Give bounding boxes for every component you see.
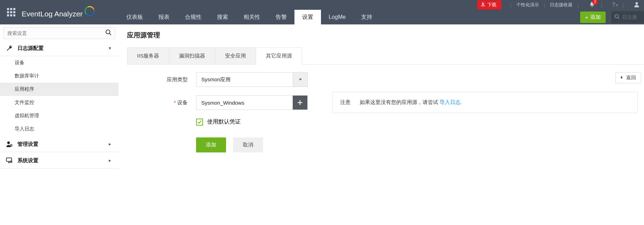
top-search[interactable]: [611, 11, 644, 23]
notification-badge: 2: [592, 0, 598, 5]
label-app-type: 应用类型: [130, 76, 196, 83]
download-icon: [481, 2, 485, 8]
note-title: 注意: [340, 99, 351, 106]
chevron-left-icon: [619, 75, 623, 81]
sidebar-section-log-source[interactable]: 日志源配置 ▾: [0, 40, 119, 56]
apps-grid-icon[interactable]: [7, 8, 15, 16]
user-avatar-icon[interactable]: [634, 1, 640, 9]
note-text: 如果这里没有您的应用源，请尝试 导入日志.: [360, 99, 462, 106]
checkbox-default-credentials[interactable]: [196, 119, 203, 126]
brand-ring-icon: [85, 7, 95, 16]
caret-right-icon: ▸: [109, 158, 111, 163]
separator: |: [618, 2, 629, 8]
plus-icon: +: [585, 14, 588, 20]
sidebar-search-input[interactable]: [3, 27, 115, 39]
add-button[interactable]: + 添加: [580, 12, 606, 23]
help-menu[interactable]: ?▾: [612, 1, 617, 8]
caret-right-icon: ▸: [109, 142, 111, 147]
wrench-icon: [6, 45, 13, 52]
separator: |: [506, 2, 516, 8]
sidebar-item-db-audit[interactable]: 数据库审计: [0, 69, 119, 83]
nav-tab-correlation[interactable]: 相关性: [236, 10, 268, 24]
sidebar-item-file-monitor[interactable]: 文件监控: [0, 96, 119, 109]
caret-down-icon: ▾: [109, 46, 111, 51]
notification-bell-icon[interactable]: 2: [589, 2, 595, 8]
back-button[interactable]: 返回: [615, 72, 641, 83]
separator: |: [539, 2, 550, 8]
svg-point-5: [615, 14, 618, 17]
nav-tab-reports[interactable]: 报表: [151, 10, 177, 24]
tab-vuln-scanner[interactable]: 漏洞扫描器: [169, 47, 215, 64]
user-cog-icon: [6, 141, 13, 148]
sidebar-item-devices[interactable]: 设备: [0, 56, 119, 69]
sidebar: 日志源配置 ▾ 设备 数据库审计 应用程序 文件监控 虚拟机管理 导入日志 管理…: [0, 24, 119, 168]
select-app-type[interactable]: Sysmon应用: [196, 72, 308, 87]
main-nav: 仪表板 报表 合规性 搜索 相关性 告警 设置 LogMe 支持 + 添加: [119, 10, 644, 24]
nav-tab-support[interactable]: 支持: [353, 10, 380, 24]
brand-logo: EventLog Analyzer: [22, 7, 95, 18]
select-app-type-value: Sysmon应用: [196, 73, 293, 87]
submit-add-button[interactable]: 添加: [196, 137, 226, 152]
nav-tab-alerts[interactable]: 告警: [268, 10, 294, 24]
download-button[interactable]: 下载: [477, 0, 501, 9]
sidebar-section-admin[interactable]: 管理设置 ▸: [0, 136, 119, 152]
tab-security-apps[interactable]: 安全应用: [215, 47, 256, 64]
sidebar-section-title: 系统设置: [17, 157, 38, 164]
checkbox-label: 使用默认凭证: [207, 118, 241, 126]
content-tabs: IIS服务器 漏洞扫描器 安全应用 其它应用源: [127, 47, 644, 65]
sidebar-item-applications[interactable]: 应用程序: [0, 83, 119, 96]
receiver-link[interactable]: 日志接收器: [550, 2, 572, 8]
sidebar-section-title: 日志源配置: [17, 45, 44, 52]
separator: |: [572, 2, 583, 8]
brand-name: EventLog Analyzer: [22, 10, 83, 18]
label-device: *设备: [130, 99, 196, 106]
sidebar-section-system[interactable]: 系统设置 ▸: [0, 152, 119, 168]
svg-point-6: [106, 30, 110, 34]
nav-tab-settings[interactable]: 设置: [294, 10, 321, 24]
sidebar-item-import-logs[interactable]: 导入日志: [0, 122, 119, 136]
search-icon[interactable]: [105, 29, 112, 37]
svg-point-8: [10, 144, 12, 146]
svg-point-7: [7, 142, 10, 144]
sidebar-section-title: 管理设置: [17, 141, 38, 148]
page-title: 应用源管理: [127, 31, 644, 40]
demo-link[interactable]: 个性化演示: [516, 2, 539, 8]
add-device-button[interactable]: [293, 96, 307, 110]
nav-tab-dashboard[interactable]: 仪表板: [119, 10, 151, 24]
chevron-down-icon[interactable]: [293, 73, 307, 87]
search-icon: [614, 14, 620, 21]
tab-other-sources[interactable]: 其它应用源: [256, 47, 302, 65]
monitor-cog-icon: [6, 157, 13, 164]
import-logs-link[interactable]: 导入日志.: [440, 99, 462, 105]
nav-tab-search[interactable]: 搜索: [209, 10, 236, 24]
nav-tab-compliance[interactable]: 合规性: [177, 10, 209, 24]
sidebar-item-vm-manage[interactable]: 虚拟机管理: [0, 109, 119, 122]
svg-point-4: [636, 2, 638, 5]
note-box: 注意 如果这里没有您的应用源，请尝试 导入日志.: [332, 92, 638, 113]
tab-iis[interactable]: IIS服务器: [127, 47, 169, 64]
nav-tab-logme[interactable]: LogMe: [321, 10, 353, 24]
top-search-input[interactable]: [622, 14, 643, 20]
cancel-button[interactable]: 取消: [233, 137, 263, 152]
input-device[interactable]: [196, 96, 293, 110]
